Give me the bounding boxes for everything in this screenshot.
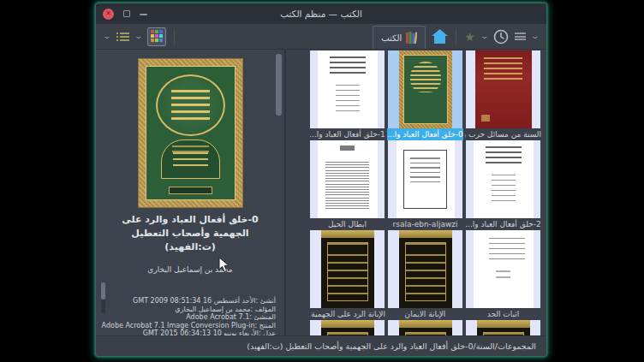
book-caption: الإبانة الايمان <box>387 308 463 320</box>
cover-bottom-band <box>169 187 212 194</box>
book-thumbnail-card <box>310 50 385 128</box>
metadata-scrollbar[interactable] <box>101 282 105 313</box>
book-cover-dark <box>399 320 452 335</box>
covers-grid-icon <box>151 30 164 43</box>
chevron-down-icon[interactable]: ⌄ <box>134 33 143 40</box>
book-thumbnail-card <box>466 230 540 308</box>
book-cover-page-light <box>474 230 534 308</box>
selected-book-title: 0-خلق أفعال العباد والرد على الجهمية وأص… <box>106 213 274 254</box>
chevron-down-icon[interactable]: ⌄ <box>102 33 111 40</box>
metadata-line: المؤلف :محمد بن إسماعيل البخاري <box>110 306 276 314</box>
home-icon <box>432 29 448 44</box>
home-button[interactable] <box>432 29 448 44</box>
clock-icon <box>493 29 509 45</box>
toolbar: ⌄ ⌄ الكتب <box>96 24 546 50</box>
book-thumbnail-card <box>388 140 462 218</box>
book-thumbnail[interactable] <box>464 320 542 335</box>
book-thumbnail-card <box>388 230 462 308</box>
book-thumbnail-card <box>466 320 540 335</box>
book-cover-dark <box>477 320 530 335</box>
book-thumbnail[interactable]: ابطال الحيل <box>308 140 386 230</box>
book-caption: اثبات الحد <box>465 308 541 320</box>
book-cover-page-dense <box>318 140 378 218</box>
book-thumbnail[interactable]: السنة من مسائل حرب بـ... <box>464 50 542 140</box>
titlebar: الكتب — منظم الكتب ✕ <box>96 3 546 24</box>
book-caption: 0-خلق أفعال العباد وا... <box>387 128 463 140</box>
book-thumbnail-card <box>466 50 540 128</box>
statusbar-path: المجموعات/السنة/0-خلق أفعال العباد والرد… <box>247 341 536 351</box>
toolbar-separator <box>456 29 456 45</box>
book-caption: ابطال الحيل <box>309 218 385 230</box>
book-cover-dark <box>399 230 452 308</box>
book-thumbnail[interactable]: rsala-ebn-aljawzi <box>386 140 464 230</box>
book-cover-page-calligraphy <box>474 140 534 218</box>
book-cover-page-calligraphy <box>318 50 378 128</box>
book-thumbnail[interactable]: الإبانة الايمان <box>386 230 464 320</box>
toolbar-separator <box>174 29 175 45</box>
statusbar: المجموعات/السنة/0-خلق أفعال العباد والرد… <box>96 335 546 356</box>
main-area: 0-خلق أفعال العباد والرد على الجهمية وأص… <box>96 50 546 335</box>
book-metadata: أنشئ :الأحد أغسطس 16 08:51:34 2009 GMTال… <box>96 297 284 335</box>
menu-hamburger-icon[interactable] <box>515 33 526 40</box>
covers-view-button[interactable] <box>147 27 166 46</box>
book-thumbnail[interactable]: 2-خلق أفعال العباد وا... <box>464 140 542 230</box>
books-grid-panel: السنة من مسائل حرب بـ...0-خلق أفعال العب… <box>286 50 546 335</box>
book-cover-red <box>475 50 532 128</box>
book-caption: 1-خلق أفعال العباد وا... <box>309 128 385 140</box>
book-thumbnail-card <box>310 320 385 335</box>
screen: الكتب — منظم الكتب ✕ ⌄ ⌄ <box>0 0 644 362</box>
preview-panel: 0-خلق أفعال العباد والرد على الجهمية وأص… <box>96 50 286 335</box>
book-thumbnail-card <box>466 140 540 218</box>
book-thumbnail[interactable]: 0-خلق أفعال العباد وا... <box>386 50 464 140</box>
cover-medallion <box>156 74 225 136</box>
book-cover-green <box>399 50 452 128</box>
book-cover-inner <box>146 66 236 200</box>
book-caption: rsala-ebn-aljawzi <box>387 218 463 230</box>
chevron-down-icon[interactable]: ⌄ <box>531 33 540 40</box>
book-cover-dark <box>321 230 374 308</box>
preview-scrollbar-thumb[interactable] <box>276 54 282 116</box>
book-caption: الإبانة الرد على الجهمية 2 <box>309 308 385 320</box>
book-thumbnail-card <box>388 50 462 128</box>
metadata-line: المنشئ :Adobe Acrobat 7.1 <box>110 313 276 322</box>
metadata-line: عدل :الأربعاء يونيو 10 06:34:13 2015 GMT <box>110 329 276 335</box>
metadata-scrollbar-thumb[interactable] <box>101 282 105 300</box>
book-thumbnail-card <box>388 320 462 335</box>
book-thumbnail[interactable]: اثبات الحد <box>464 230 542 320</box>
book-organizer-window: الكتب — منظم الكتب ✕ ⌄ ⌄ <box>95 3 547 357</box>
metadata-line: المنتج :Adobe Acrobat 7.1 Image Conversi… <box>110 322 276 330</box>
book-caption: السنة من مسائل حرب بـ... <box>465 128 541 140</box>
books-grid: السنة من مسائل حرب بـ...0-خلق أفعال العب… <box>308 50 542 335</box>
book-caption: 2-خلق أفعال العباد وا... <box>465 218 541 230</box>
book-thumbnail[interactable] <box>308 320 386 335</box>
metadata-line: أنشئ :الأحد أغسطس 16 08:51:34 2009 GMT <box>110 297 276 306</box>
list-view-icon[interactable] <box>116 32 129 42</box>
book-cover-dark <box>321 320 374 335</box>
history-button[interactable] <box>493 29 509 45</box>
star-icon[interactable]: ★ <box>464 31 475 43</box>
selected-book-author: محمد بن إسماعيل البخاري <box>96 265 284 274</box>
book-cover-page-framed <box>397 140 455 218</box>
tab-books-label: الكتب <box>381 33 402 43</box>
window-title: الكتب — منظم الكتب <box>96 9 546 19</box>
book-thumbnail-card <box>310 140 385 218</box>
book-thumbnail[interactable]: الإبانة الرد على الجهمية 2 <box>308 230 386 320</box>
book-thumbnail[interactable]: 1-خلق أفعال العباد وا... <box>308 50 386 140</box>
chevron-down-icon[interactable]: ⌄ <box>480 33 489 40</box>
book-thumbnail-card <box>310 230 385 308</box>
cover-arch <box>161 139 220 179</box>
books-icon <box>406 32 417 44</box>
book-thumbnail[interactable] <box>386 320 464 335</box>
book-cover-preview[interactable] <box>139 59 242 207</box>
tab-books[interactable]: الكتب <box>373 26 426 49</box>
